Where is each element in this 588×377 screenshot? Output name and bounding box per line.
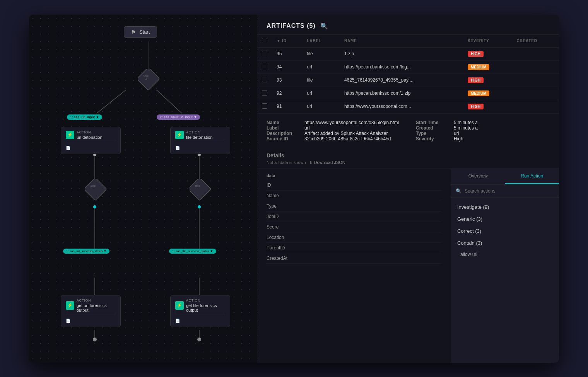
svg-point-17 (93, 338, 97, 341)
not-all-data: Not all data is shown ⬇ Download JSON (257, 160, 559, 168)
data-field-row: Score (267, 222, 441, 232)
right-panel: ARTIFACTS (5) 🔍 ▼ ID LABEL NAME SEVERITY… (257, 15, 559, 363)
svg-point-12 (198, 205, 201, 208)
data-field-row: ParentID (267, 243, 441, 253)
table-row[interactable]: 92 url https://pecan.banksso.com/1.zip M… (257, 87, 559, 100)
canvas-panel: ⚑ Start ⬦ doc 1: saa_url_input ▼ 2: saa_… (29, 15, 257, 363)
file-detonation-icon: ⚡ (175, 131, 184, 139)
connector-url-success[interactable]: 1: saa_url_success_status ▼ (63, 249, 109, 254)
run-action-panel: Overview Run Action 🔍 Investigate (9) Ge… (451, 169, 559, 363)
action-search-icon: 🔍 (456, 188, 462, 194)
url-filter-node: doc (85, 179, 108, 206)
details-label: Details (257, 148, 559, 160)
url-detonation-icon: ⚡ (66, 131, 74, 139)
panel-tabs: Overview Run Action (451, 169, 559, 184)
svg-line-1 (97, 90, 126, 113)
data-field-row: CreatedAt (267, 253, 441, 264)
get-url-forensics-action-label: ACTION (77, 299, 107, 302)
bottom-section: data IDNameTypeJobIDScoreLocationParentI… (257, 168, 559, 363)
svg-text:doc: doc (144, 74, 149, 77)
detail-row-name: Name https://www.yourssoportal.com/o365l… (267, 120, 400, 125)
data-label: data (267, 173, 441, 178)
detail-row-source-id: Source ID 32ccb209-206b-485a-8c2c-f96b47… (267, 136, 400, 142)
category-correct[interactable]: Correct (3) (451, 225, 559, 237)
top-filter-node: ⬦ doc (138, 69, 161, 96)
action-allow-url[interactable]: allow url (451, 249, 559, 260)
action-search-input[interactable] (465, 188, 554, 194)
connector-file-success[interactable]: 1: saa_file_success_status ▼ (169, 249, 216, 254)
data-field-row: JobID (267, 212, 441, 222)
table-row[interactable]: 94 url https://pecan.banksso.com/log... … (257, 60, 559, 73)
category-investigate[interactable]: Investigate (9) (451, 201, 559, 213)
svg-text:doc: doc (91, 184, 96, 188)
connector-vault-id-input[interactable]: 2: saa_vault_id_input ▼ (157, 114, 200, 120)
category-generic[interactable]: Generic (3) (451, 213, 559, 225)
url-detonation-title: url detonation (77, 135, 103, 140)
connector-url-input[interactable]: 1: saa_url_input ▼ (67, 114, 102, 120)
detail-fields-left: Name https://www.yourssoportal.com/o365l… (267, 120, 400, 142)
data-fields: data IDNameTypeJobIDScoreLocationParentI… (257, 169, 451, 363)
start-label: Start (139, 29, 150, 35)
get-url-forensics-node: ⚡ ACTION get url forensicsoutput 📄 (61, 295, 121, 327)
data-field-row: ID (267, 180, 441, 191)
get-url-forensics-title: get url forensicsoutput (77, 303, 107, 312)
data-field-row: Location (267, 232, 441, 243)
svg-rect-19 (138, 69, 160, 90)
svg-text:doc: doc (195, 184, 200, 188)
col-id[interactable]: ▼ ID (272, 35, 302, 48)
artifacts-table-container: ▼ ID LABEL NAME SEVERITY CREATED 95 file… (257, 35, 559, 113)
col-created[interactable]: CREATED (512, 35, 559, 48)
get-file-forensics-node: ⚡ ACTION get file forensicsoutput 📄 (170, 295, 230, 327)
artifacts-table: ▼ ID LABEL NAME SEVERITY CREATED 95 file… (257, 35, 559, 113)
svg-point-11 (93, 205, 96, 208)
tab-overview[interactable]: Overview (451, 169, 505, 184)
table-row[interactable]: 91 url https://www.yourssoportal.com... … (257, 100, 559, 113)
artifacts-title: ARTIFACTS (5) (267, 22, 316, 29)
detail-row-start-time: Start Time 5 minutes a (416, 120, 550, 125)
action-categories: Investigate (9) Generic (3) Correct (3) … (451, 198, 559, 263)
workflow-area: ⚑ Start ⬦ doc 1: saa_url_input ▼ 2: saa_… (29, 15, 257, 363)
url-detonation-action-label: ACTION (77, 130, 103, 134)
download-json-link[interactable]: ⬇ Download JSON (309, 160, 345, 165)
get-url-forensics-icon: ⚡ (66, 301, 74, 310)
detail-fields-right: Start Time 5 minutes a Created 5 minutes… (416, 120, 550, 142)
action-search: 🔍 (451, 184, 559, 198)
detail-row-severity: Severity High (416, 136, 550, 142)
svg-point-18 (197, 338, 201, 341)
detail-row-label: Label url (267, 125, 400, 131)
detail-row-type: Type url (416, 131, 550, 136)
col-checkbox (257, 35, 272, 48)
category-contain[interactable]: Contain (3) (451, 237, 559, 249)
table-row[interactable]: 95 file 1.zip HIGH (257, 47, 559, 60)
data-fields-list: IDNameTypeJobIDScoreLocationParentIDCrea… (267, 180, 441, 264)
svg-rect-22 (85, 179, 107, 201)
get-file-forensics-icon: ⚡ (175, 301, 184, 310)
artifacts-search-icon[interactable]: 🔍 (320, 22, 328, 30)
start-node: ⚑ Start (124, 26, 157, 38)
col-label[interactable]: LABEL (302, 35, 339, 48)
detail-section: Name https://www.yourssoportal.com/o365l… (257, 113, 559, 148)
tab-run-action[interactable]: Run Action (505, 169, 559, 184)
get-file-forensics-title: get file forensicsoutput (186, 303, 217, 312)
col-severity[interactable]: SEVERITY (463, 35, 512, 48)
flag-icon: ⚑ (131, 29, 136, 35)
url-detonation-node: ⚡ ACTION url detonation 📄 (61, 127, 121, 154)
detail-row-description: Description Artifact added by Splunk Att… (267, 131, 400, 136)
file-filter-node: doc (190, 179, 213, 206)
artifacts-header: ARTIFACTS (5) 🔍 (257, 15, 559, 35)
detail-row-created: Created 5 minutes a (416, 125, 550, 131)
file-detonation-node: ⚡ ACTION file detonation 📄 (170, 127, 230, 154)
data-field-row: Name (267, 191, 441, 201)
svg-rect-24 (190, 179, 211, 201)
file-detonation-action-label: ACTION (186, 130, 213, 134)
main-container: ⚑ Start ⬦ doc 1: saa_url_input ▼ 2: saa_… (29, 15, 559, 363)
data-field-row: Type (267, 201, 441, 212)
get-file-forensics-action-label: ACTION (186, 299, 217, 302)
col-name[interactable]: NAME (340, 35, 463, 48)
table-row[interactable]: 93 file 4625_7614892678_49355_payl... HI… (257, 73, 559, 87)
file-detonation-title: file detonation (186, 135, 213, 140)
